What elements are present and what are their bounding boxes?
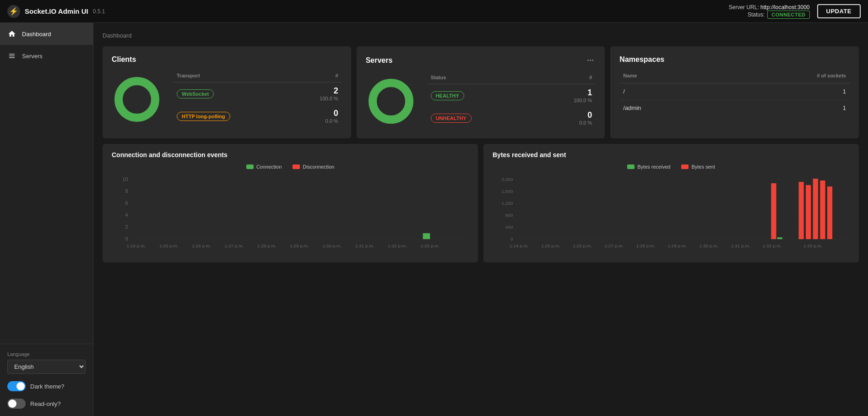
connection-chart-area: 10 8 6 4 2 0 1:24 p.m. 1:25 p.m. 1:26 p.… bbox=[112, 175, 469, 255]
bytes-sent-bar-2e bbox=[827, 186, 832, 239]
bytes-sent-bar-2b bbox=[806, 185, 811, 239]
connection-chart-card: Connection and disconnection events Conn… bbox=[103, 144, 478, 263]
bytes-chart-svg: 2,000 1,500 1,200 800 400 0 bbox=[493, 175, 850, 255]
home-icon bbox=[7, 29, 16, 38]
servers-menu-button[interactable]: ··· bbox=[585, 55, 596, 66]
clients-card-body: Transport # WebSocket 2 100.0 % bbox=[112, 71, 342, 127]
svg-text:1:25 p.m.: 1:25 p.m. bbox=[159, 243, 179, 248]
ns-admin-row: /admin 1 bbox=[619, 100, 850, 116]
svg-text:1:33 p.m.: 1:33 p.m. bbox=[803, 243, 823, 248]
svg-text:1:32 p.m.: 1:32 p.m. bbox=[388, 243, 407, 248]
namespaces-title: Namespaces bbox=[619, 55, 850, 64]
sidebar-item-servers[interactable]: Servers bbox=[0, 45, 93, 67]
sidebar-dashboard-label: Dashboard bbox=[22, 31, 51, 38]
server-info: Server URL: http://localhost:3000 Status… bbox=[729, 4, 810, 19]
ns-root-sockets: 1 bbox=[714, 83, 850, 100]
http-polling-pct: 0.0 % bbox=[295, 118, 338, 124]
sidebar-footer: Language English French Spanish Dark the… bbox=[0, 344, 93, 416]
update-button[interactable]: UPDATE bbox=[817, 4, 861, 18]
svg-text:1:25 p.m.: 1:25 p.m. bbox=[541, 243, 560, 248]
healthy-badge: HEALTHY bbox=[431, 91, 464, 100]
disconnection-legend-color bbox=[293, 164, 300, 169]
ns-root-name: / bbox=[619, 83, 713, 100]
readonly-label: Read-only? bbox=[30, 400, 61, 407]
ns-admin-name: /admin bbox=[619, 100, 713, 116]
language-label: Language bbox=[7, 351, 86, 357]
connection-chart-title: Connection and disconnection events bbox=[112, 151, 469, 159]
servers-donut bbox=[366, 76, 416, 126]
svg-text:2: 2 bbox=[125, 224, 128, 230]
healthy-pct: 100.0 % bbox=[541, 98, 592, 103]
bytes-sent-legend-item: Bytes sent bbox=[681, 164, 715, 170]
svg-text:1:26 p.m.: 1:26 p.m. bbox=[192, 243, 211, 248]
svg-text:1:28 p.m.: 1:28 p.m. bbox=[257, 243, 277, 248]
dark-theme-row: Dark theme? bbox=[7, 381, 86, 391]
svg-point-2 bbox=[127, 89, 147, 109]
bytes-chart-area: 2,000 1,500 1,200 800 400 0 bbox=[493, 175, 850, 255]
bytes-chart-title: Bytes received and sent bbox=[493, 151, 850, 159]
svg-text:0: 0 bbox=[510, 236, 513, 241]
servers-title: Servers ··· bbox=[366, 55, 596, 66]
http-polling-badge: HTTP long-polling bbox=[177, 112, 230, 121]
svg-text:1:27 p.m.: 1:27 p.m. bbox=[604, 243, 624, 248]
clients-card: Clients Transpo bbox=[103, 46, 351, 138]
clients-donut bbox=[112, 74, 162, 125]
cards-row: Clients Transpo bbox=[103, 46, 859, 138]
svg-text:1:28 p.m.: 1:28 p.m. bbox=[636, 243, 655, 248]
disconnection-legend-label: Disconnection bbox=[303, 164, 334, 170]
language-select[interactable]: English French Spanish bbox=[7, 360, 86, 374]
dark-theme-label: Dark theme? bbox=[30, 383, 64, 390]
bytes-chart-legend: Bytes received Bytes sent bbox=[493, 164, 850, 170]
server-url-label: Server URL: bbox=[729, 4, 759, 11]
sidebar: Dashboard Servers Language English Frenc… bbox=[0, 23, 93, 416]
transport-header: Transport bbox=[173, 71, 292, 82]
svg-text:1:26 p.m.: 1:26 p.m. bbox=[573, 243, 592, 248]
unhealthy-row: UNHEALTHY 0 0.0 % bbox=[427, 107, 596, 129]
dark-theme-toggle[interactable] bbox=[7, 381, 26, 391]
svg-text:1:30 p.m.: 1:30 p.m. bbox=[322, 243, 342, 248]
bytes-sent-bar-2c bbox=[813, 179, 818, 239]
svg-text:1:24 p.m.: 1:24 p.m. bbox=[127, 243, 146, 248]
main-content: Dashboard Clients bbox=[93, 23, 868, 416]
connection-legend-color bbox=[246, 164, 254, 169]
ns-root-row: / 1 bbox=[619, 83, 850, 100]
transport-count-header: # bbox=[292, 71, 342, 82]
sidebar-item-dashboard[interactable]: Dashboard bbox=[0, 23, 93, 45]
status-label: Status: bbox=[748, 11, 765, 18]
svg-point-5 bbox=[381, 91, 401, 111]
servers-icon bbox=[7, 51, 16, 60]
sidebar-servers-label: Servers bbox=[22, 53, 43, 60]
svg-text:1:33 p.m.: 1:33 p.m. bbox=[420, 243, 439, 248]
websocket-row: WebSocket 2 100.0 % bbox=[173, 82, 342, 105]
bytes-chart-card: Bytes received and sent Bytes received B… bbox=[483, 144, 859, 263]
svg-text:1:30 p.m.: 1:30 p.m. bbox=[700, 243, 719, 248]
connection-legend-item: Connection bbox=[246, 164, 282, 170]
unhealthy-pct: 0.0 % bbox=[541, 120, 592, 126]
svg-text:1:31 p.m.: 1:31 p.m. bbox=[355, 243, 374, 248]
breadcrumb: Dashboard bbox=[103, 32, 859, 39]
connection-legend-label: Connection bbox=[256, 164, 282, 170]
topbar-right: Server URL: http://localhost:3000 Status… bbox=[729, 4, 861, 19]
readonly-toggle[interactable] bbox=[7, 399, 26, 409]
app-version: 0.5.1 bbox=[93, 8, 105, 15]
ns-name-header: Name bbox=[619, 71, 713, 83]
disconnection-legend-item: Disconnection bbox=[293, 164, 334, 170]
app-title: Socket.IO Admin UI bbox=[25, 7, 88, 15]
connection-chart-legend: Connection Disconnection bbox=[112, 164, 469, 170]
svg-text:1:32 p.m.: 1:32 p.m. bbox=[763, 243, 782, 248]
svg-text:1:27 p.m.: 1:27 p.m. bbox=[225, 243, 244, 248]
connection-bar-last bbox=[423, 233, 430, 239]
bytes-sent-bar-1 bbox=[771, 183, 776, 239]
ns-admin-sockets: 1 bbox=[714, 100, 850, 116]
status-header: Status bbox=[427, 73, 537, 84]
svg-text:1:29 p.m.: 1:29 p.m. bbox=[667, 243, 687, 248]
svg-text:8: 8 bbox=[125, 189, 128, 194]
svg-text:10: 10 bbox=[122, 177, 128, 182]
healthy-value: 1 bbox=[541, 88, 592, 98]
svg-text:6: 6 bbox=[125, 201, 128, 206]
bytes-sent-bar-2d bbox=[820, 181, 825, 239]
topbar: ⚡ Socket.IO Admin UI 0.5.1 Server URL: h… bbox=[0, 0, 868, 23]
svg-text:1:29 p.m.: 1:29 p.m. bbox=[290, 243, 309, 248]
server-url-value: http://localhost:3000 bbox=[760, 4, 809, 11]
bytes-received-bar-1 bbox=[777, 237, 782, 239]
